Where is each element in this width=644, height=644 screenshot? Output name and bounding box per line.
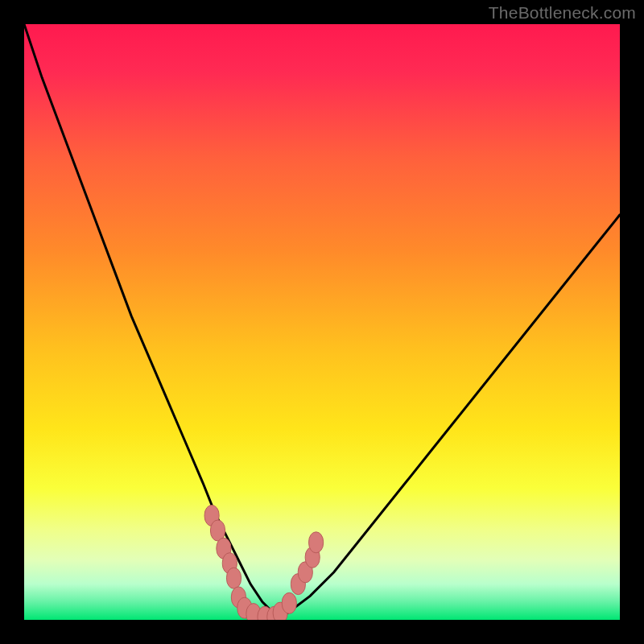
curve-marker xyxy=(227,568,242,588)
bottleneck-plot xyxy=(24,24,620,620)
curve-marker xyxy=(309,532,324,553)
gradient-background xyxy=(24,24,620,620)
watermark-text: TheBottleneck.com xyxy=(489,3,636,23)
chart-frame: TheBottleneck.com xyxy=(0,0,644,644)
curve-marker xyxy=(282,592,296,613)
